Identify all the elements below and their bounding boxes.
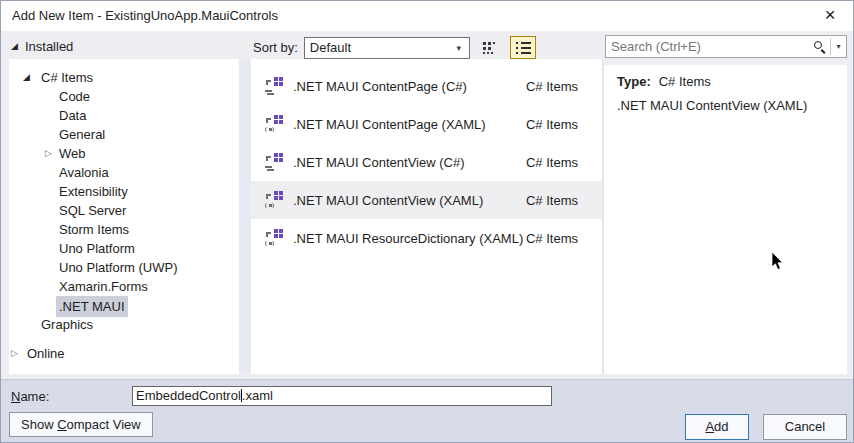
template-list-pane: .NET MAUI ContentPage (C#) C# Items .NET… bbox=[251, 59, 602, 374]
template-category: C# Items bbox=[526, 79, 602, 94]
template-row[interactable]: .NET MAUI ResourceDictionary (XAML) C# I… bbox=[251, 219, 602, 257]
expander-collapsed-icon[interactable]: ▷ bbox=[45, 149, 52, 158]
template-name: .NET MAUI ContentPage (C#) bbox=[293, 79, 467, 94]
category-tree-pane: ◢ C# Items Code Data General ▷ Web Avalo… bbox=[9, 59, 239, 374]
template-type-line: Type:C# Items bbox=[617, 74, 711, 89]
list-view-button[interactable] bbox=[510, 36, 536, 59]
template-name: .NET MAUI ContentView (C#) bbox=[293, 155, 464, 170]
template-row[interactable]: .NET MAUI ContentPage (C#) C# Items bbox=[251, 67, 602, 105]
template-category: C# Items bbox=[526, 117, 602, 132]
small-icons-view-icon bbox=[483, 42, 497, 54]
tree-item-label: Storm Items bbox=[59, 220, 129, 239]
list-view-icon bbox=[516, 42, 531, 54]
add-button[interactable]: Add bbox=[685, 414, 749, 440]
template-details-pane: Type:C# Items .NET MAUI ContentView (XAM… bbox=[604, 65, 847, 374]
tree-item-label: Uno Platform (UWP) bbox=[59, 258, 177, 277]
template-description: .NET MAUI ContentView (XAML) bbox=[617, 98, 807, 113]
sort-toolbar: Sort by: Default ▾ bbox=[253, 36, 536, 59]
template-name: .NET MAUI ContentPage (XAML) bbox=[293, 117, 486, 132]
tree-item-uno-platform[interactable]: Uno Platform bbox=[9, 239, 239, 258]
tree-item-dotnet-maui[interactable]: .NET MAUI bbox=[9, 296, 239, 315]
tree-item-avalonia[interactable]: Avalonia bbox=[9, 163, 239, 182]
type-label: Type: bbox=[617, 74, 651, 89]
search-input[interactable] bbox=[606, 37, 812, 56]
show-compact-view-button[interactable]: Show Compact View bbox=[9, 412, 153, 437]
tree-item-label: General bbox=[59, 125, 105, 144]
template-name: .NET MAUI ResourceDictionary (XAML) bbox=[293, 231, 523, 246]
sort-by-dropdown[interactable]: Default ▾ bbox=[304, 37, 470, 59]
template-name: .NET MAUI ContentView (XAML) bbox=[293, 193, 483, 208]
tree-item-web[interactable]: ▷ Web bbox=[9, 144, 239, 163]
footer-bar: Name: EmbeddedControl.xaml Show Compact … bbox=[1, 379, 853, 443]
expander-expanded-icon[interactable]: ◢ bbox=[11, 42, 18, 51]
tree-item-xamarin-forms[interactable]: Xamarin.Forms bbox=[9, 277, 239, 296]
tree-item-general[interactable]: General bbox=[9, 125, 239, 144]
search-icon[interactable] bbox=[812, 39, 828, 55]
tree-item-label: Avalonia bbox=[59, 163, 109, 182]
pane-splitter[interactable] bbox=[239, 59, 251, 374]
search-dropdown-icon[interactable]: ▾ bbox=[831, 42, 846, 51]
template-list: .NET MAUI ContentPage (C#) C# Items .NET… bbox=[251, 59, 602, 257]
tree-item-label-selected: .NET MAUI bbox=[56, 296, 128, 317]
tree-item-extensibility[interactable]: Extensibility bbox=[9, 182, 239, 201]
tree-item-label: Uno Platform bbox=[59, 239, 135, 258]
tree-item-code[interactable]: Code bbox=[9, 87, 239, 106]
tree-item-label: Data bbox=[59, 106, 86, 125]
tree-item-storm-items[interactable]: Storm Items bbox=[9, 220, 239, 239]
online-label: Online bbox=[27, 346, 65, 361]
title-bar: Add New Item - ExistingUnoApp.MauiContro… bbox=[1, 1, 853, 31]
tree-item-label: Code bbox=[59, 87, 90, 106]
name-input[interactable]: EmbeddedControl.xaml bbox=[132, 386, 552, 406]
template-category: C# Items bbox=[526, 231, 602, 246]
maui-cs-file-icon bbox=[265, 77, 283, 95]
chevron-down-icon[interactable]: ▾ bbox=[450, 39, 468, 57]
expander-expanded-icon[interactable]: ◢ bbox=[23, 73, 30, 82]
installed-group-header[interactable]: ◢ Installed bbox=[11, 39, 73, 54]
installed-label: Installed bbox=[25, 39, 73, 54]
template-row-selected[interactable]: .NET MAUI ContentView (XAML) C# Items bbox=[251, 181, 602, 219]
mouse-cursor bbox=[771, 252, 784, 272]
tree-item-graphics[interactable]: Graphics bbox=[9, 315, 239, 334]
tree-item-csharp-items[interactable]: ◢ C# Items bbox=[9, 68, 239, 87]
window-title: Add New Item - ExistingUnoApp.MauiContro… bbox=[12, 1, 278, 31]
template-row[interactable]: .NET MAUI ContentView (C#) C# Items bbox=[251, 143, 602, 181]
sort-by-label: Sort by: bbox=[253, 40, 298, 55]
tree-item-label: Graphics bbox=[41, 315, 93, 334]
maui-xaml-file-icon bbox=[265, 229, 283, 247]
small-icons-view-button[interactable] bbox=[477, 36, 503, 59]
tree-item-label: Xamarin.Forms bbox=[59, 277, 148, 296]
maui-cs-file-icon bbox=[265, 153, 283, 171]
search-box: ▾ bbox=[605, 35, 847, 58]
close-icon[interactable]: × bbox=[813, 1, 847, 31]
name-label: Name: bbox=[11, 389, 49, 404]
sort-by-value: Default bbox=[310, 40, 351, 55]
cancel-button[interactable]: Cancel bbox=[763, 414, 847, 440]
tree-item-data[interactable]: Data bbox=[9, 106, 239, 125]
category-tree: ◢ C# Items Code Data General ▷ Web Avalo… bbox=[9, 59, 239, 334]
maui-xaml-file-icon bbox=[265, 191, 283, 209]
tree-item-uno-platform-uwp[interactable]: Uno Platform (UWP) bbox=[9, 258, 239, 277]
maui-xaml-file-icon bbox=[265, 115, 283, 133]
online-group-header[interactable]: ▷ Online bbox=[11, 346, 65, 361]
type-value: C# Items bbox=[659, 74, 711, 89]
template-row[interactable]: .NET MAUI ContentPage (XAML) C# Items bbox=[251, 105, 602, 143]
template-category: C# Items bbox=[526, 193, 602, 208]
tree-item-label: C# Items bbox=[41, 68, 93, 87]
template-category: C# Items bbox=[526, 155, 602, 170]
tree-item-label: Web bbox=[59, 144, 86, 163]
tree-item-sql-server[interactable]: SQL Server bbox=[9, 201, 239, 220]
add-new-item-dialog: Add New Item - ExistingUnoApp.MauiContro… bbox=[0, 0, 854, 443]
tree-item-label: SQL Server bbox=[59, 201, 126, 220]
tree-item-label: Extensibility bbox=[59, 182, 128, 201]
expander-collapsed-icon[interactable]: ▷ bbox=[11, 349, 18, 358]
